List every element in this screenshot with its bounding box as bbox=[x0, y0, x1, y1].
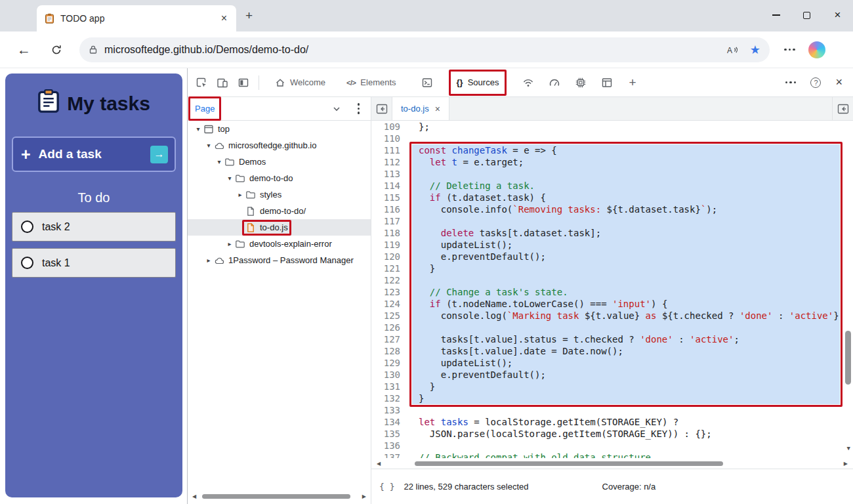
line-number[interactable]: 131 bbox=[371, 381, 408, 392]
scroll-left-icon[interactable]: ◀ bbox=[192, 494, 196, 499]
code-line-119[interactable]: 119 updateList(); bbox=[371, 239, 853, 251]
line-content[interactable]: } bbox=[412, 262, 840, 274]
line-number[interactable]: 124 bbox=[371, 298, 408, 310]
line-content[interactable] bbox=[412, 215, 840, 227]
performance-tab-icon[interactable] bbox=[549, 77, 560, 89]
new-tab-button[interactable]: + bbox=[245, 9, 253, 23]
code-line-116[interactable]: 116 console.info(`Removing tasks: ${t.da… bbox=[371, 203, 853, 215]
memory-tab-icon[interactable] bbox=[575, 77, 587, 89]
toggle-debugger-sidebar-icon[interactable] bbox=[832, 97, 853, 120]
tree-item-1password-password-manager[interactable]: ▸1Password – Password Manager bbox=[188, 252, 371, 268]
browser-menu-icon[interactable] bbox=[784, 49, 795, 51]
vertical-scrollbar-thumb[interactable] bbox=[845, 331, 851, 385]
pretty-print-icon[interactable]: { } bbox=[379, 482, 394, 492]
line-number[interactable]: 122 bbox=[371, 274, 408, 286]
code-line-126[interactable]: 126 bbox=[371, 322, 853, 333]
line-content[interactable]: } bbox=[412, 392, 840, 404]
line-content[interactable]: tasks[t.value].status = t.checked ? 'don… bbox=[412, 333, 840, 345]
tab-welcome[interactable]: Welcome bbox=[268, 68, 332, 97]
chevron-down-icon[interactable] bbox=[333, 106, 341, 112]
code-line-129[interactable]: 129 updateList(); bbox=[371, 357, 853, 369]
line-content[interactable]: console.log(`Marking task ${t.value} as … bbox=[412, 310, 840, 322]
line-number[interactable]: 125 bbox=[371, 310, 408, 322]
code-line-127[interactable]: 127 tasks[t.value].status = t.checked ? … bbox=[371, 333, 853, 345]
line-content[interactable]: delete tasks[t.dataset.task]; bbox=[412, 227, 840, 239]
line-number[interactable]: 110 bbox=[371, 133, 408, 144]
line-content[interactable]: let t = e.target; bbox=[412, 156, 840, 168]
devtools-close-icon[interactable]: × bbox=[835, 75, 843, 89]
line-number[interactable]: 132 bbox=[371, 392, 408, 404]
code-line-133[interactable]: 133 bbox=[371, 404, 853, 416]
url-text[interactable]: microsoftedge.github.io/Demos/demo-to-do… bbox=[104, 44, 727, 56]
navigator-tab-page[interactable]: Page bbox=[195, 104, 215, 114]
line-content[interactable] bbox=[412, 274, 840, 286]
address-bar[interactable]: microsoftedge.github.io/Demos/demo-to-do… bbox=[79, 37, 770, 62]
code-line-118[interactable]: 118 delete tasks[t.dataset.task]; bbox=[371, 227, 853, 239]
line-content[interactable]: } bbox=[412, 381, 840, 392]
code-line-132[interactable]: 132} bbox=[371, 392, 853, 404]
line-number[interactable]: 127 bbox=[371, 333, 408, 345]
navigator-more-icon[interactable] bbox=[358, 103, 360, 114]
code-line-134[interactable]: 134let tasks = localStorage.getItem(STOR… bbox=[371, 416, 853, 428]
line-content[interactable]: // Deleting a task. bbox=[412, 180, 840, 192]
tab-sources[interactable]: {} Sources bbox=[450, 68, 506, 97]
tree-item-demos[interactable]: ▾Demos bbox=[188, 154, 371, 170]
favorite-star-icon[interactable]: ★ bbox=[750, 44, 760, 56]
line-number[interactable]: 112 bbox=[371, 156, 408, 168]
tree-item-styles[interactable]: ▸styles bbox=[188, 186, 371, 203]
code-line-112[interactable]: 112 let t = e.target; bbox=[371, 156, 853, 168]
code-line-117[interactable]: 117 bbox=[371, 215, 853, 227]
line-number[interactable]: 120 bbox=[371, 251, 408, 262]
line-number[interactable]: 128 bbox=[371, 345, 408, 357]
minimize-button[interactable] bbox=[760, 0, 791, 30]
line-content[interactable]: let tasks = localStorage.getItem(STORAGE… bbox=[412, 416, 840, 428]
line-content[interactable] bbox=[412, 404, 840, 416]
task-checkbox[interactable] bbox=[21, 257, 33, 269]
tree-item-top[interactable]: ▾top bbox=[188, 121, 371, 137]
dock-side-icon[interactable] bbox=[238, 77, 249, 89]
code-line-121[interactable]: 121 } bbox=[371, 262, 853, 274]
line-number[interactable]: 113 bbox=[371, 168, 408, 180]
refresh-button[interactable] bbox=[51, 44, 62, 56]
inspect-element-icon[interactable] bbox=[196, 77, 207, 89]
tree-item-devtools-explain-error[interactable]: ▸devtools-explain-error bbox=[188, 236, 371, 252]
maximize-button[interactable] bbox=[791, 0, 822, 30]
copilot-icon[interactable] bbox=[808, 41, 825, 58]
scroll-right-icon[interactable]: ▶ bbox=[362, 494, 366, 499]
line-number[interactable]: 136 bbox=[371, 440, 408, 452]
line-number[interactable]: 121 bbox=[371, 262, 408, 274]
lock-icon[interactable] bbox=[89, 45, 98, 54]
code-line-128[interactable]: 128 tasks[t.value].date = Date.now(); bbox=[371, 345, 853, 357]
collapse-icon[interactable]: ▾ bbox=[193, 125, 203, 133]
task-checkbox[interactable] bbox=[21, 220, 33, 233]
line-number[interactable]: 137 bbox=[371, 452, 408, 458]
code-line-124[interactable]: 124 if (t.nodeName.toLowerCase() === 'in… bbox=[371, 298, 853, 310]
more-tools-button[interactable]: + bbox=[629, 75, 636, 90]
code-line-111[interactable]: 111const changeTask = e => { bbox=[371, 144, 853, 156]
line-number[interactable]: 135 bbox=[371, 428, 408, 440]
line-content[interactable] bbox=[412, 133, 840, 144]
tree-item-demo-to-do[interactable]: ▾demo-to-do bbox=[188, 170, 371, 186]
expand-icon[interactable]: ▸ bbox=[224, 240, 235, 247]
line-content[interactable] bbox=[412, 440, 840, 452]
code-line-113[interactable]: 113 bbox=[371, 168, 853, 180]
read-aloud-icon[interactable]: A bbox=[727, 45, 738, 54]
line-number[interactable]: 119 bbox=[371, 239, 408, 251]
line-content[interactable]: if (t.nodeName.toLowerCase() === 'input'… bbox=[412, 298, 840, 310]
line-number[interactable]: 117 bbox=[371, 215, 408, 227]
code-line-136[interactable]: 136 bbox=[371, 440, 853, 452]
submit-arrow-icon[interactable]: → bbox=[150, 146, 168, 163]
line-content[interactable]: updateList(); bbox=[412, 239, 840, 251]
code-line-110[interactable]: 110 bbox=[371, 133, 853, 144]
editor-tab-to-do-js[interactable]: to-do.js × bbox=[392, 97, 449, 120]
close-button[interactable]: × bbox=[822, 0, 853, 30]
code-line-123[interactable]: 123 // Change a task's state. bbox=[371, 286, 853, 298]
code-line-122[interactable]: 122 bbox=[371, 274, 853, 286]
line-number[interactable]: 109 bbox=[371, 121, 408, 133]
collapse-icon[interactable]: ▾ bbox=[203, 142, 214, 149]
line-content[interactable]: e.preventDefault(); bbox=[412, 251, 840, 262]
device-toolbar-icon[interactable] bbox=[217, 77, 228, 89]
code-line-115[interactable]: 115 if (t.dataset.task) { bbox=[371, 192, 853, 203]
application-tab-icon[interactable] bbox=[601, 77, 613, 89]
line-number[interactable]: 126 bbox=[371, 322, 408, 333]
